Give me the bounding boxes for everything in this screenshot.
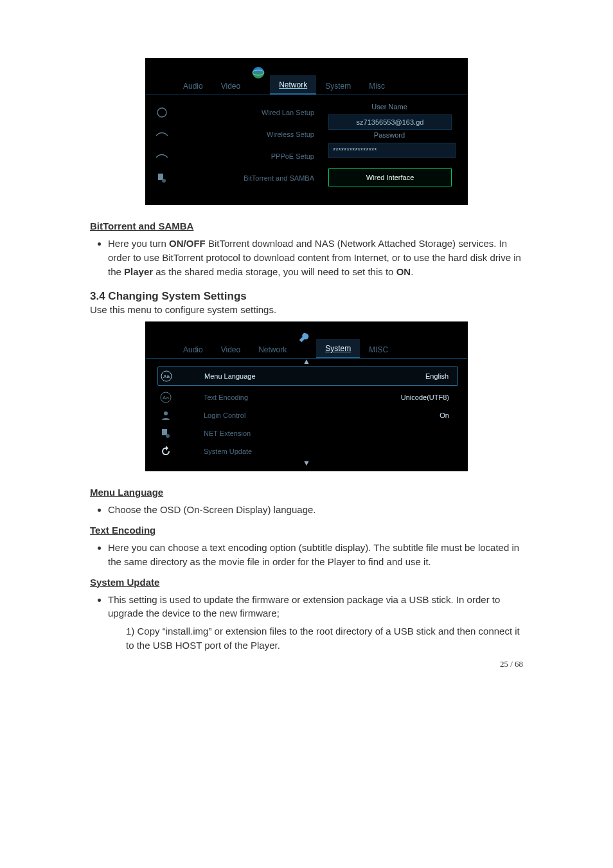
tab-bar: Audio Video Network System Misc [146,59,467,95]
aa-icon: Aa [158,369,175,383]
menu-text-encoding[interactable]: Aa Text Encoding Unicode(UTF8) [157,388,458,406]
menu-label: Wired Lan Setup [174,109,319,116]
tab-misc[interactable]: MISC [360,340,397,358]
paragraph: Choose the OSD (On-Screen Display) langu… [108,503,523,517]
subtext: Use this menu to configure system settin… [90,304,523,315]
menu-wireless[interactable]: Wireless Setup [154,125,319,144]
svg-rect-3 [158,174,163,180]
paragraph: Here you turn ON/OFF BitTorrent download… [108,237,523,278]
menu-label: Menu Language [204,372,261,380]
wrench-icon [297,329,315,352]
wifi-icon [154,127,170,141]
password-label: Password [328,131,450,141]
menu-label: PPPoE Setup [174,152,319,160]
menu-login-control[interactable]: Login Control On [157,406,458,424]
paragraph: Here you can choose a text encoding opti… [108,541,523,569]
menu-net-extension[interactable]: NET Extension [157,424,458,442]
scroll-down-icon: ▼ [146,460,467,467]
storage-icon [154,171,170,185]
aa-icon: Aa [157,390,174,404]
menu-label: NET Extension [204,429,256,437]
menu-label: Text Encoding [204,393,253,401]
username-label: User Name [328,103,450,113]
svg-text:Aa: Aa [163,395,169,401]
person-icon [157,408,174,422]
page-number: 25 / 68 [90,659,523,669]
svg-point-4 [162,179,166,183]
password-field[interactable]: **************** [328,143,456,158]
svg-point-11 [166,434,170,438]
svg-rect-10 [162,429,167,435]
menu-label: Login Control [204,411,251,419]
globe-small-icon [154,105,170,120]
heading-menu-language: Menu Language [90,487,523,498]
menu-bt-samba[interactable]: BitTorrent and SAMBA [154,168,319,188]
step-1: Copy “install.img” or extension files to… [126,624,523,653]
menu-label: Wireless Setup [174,131,319,138]
tab-audio[interactable]: Audio [174,77,212,95]
tab-audio[interactable]: Audio [174,340,212,358]
tab-video[interactable]: Video [212,77,249,95]
heading-system-update: System Update [90,577,523,588]
value: Unicode(UTF8) [401,393,449,401]
scroll-up-icon: ▲ [146,359,467,365]
tab-network[interactable]: Network [270,75,316,95]
network-settings-screenshot: Audio Video Network System Misc Wired La… [145,58,468,205]
svg-point-2 [157,108,166,117]
globe-icon [251,65,269,88]
update-icon [157,444,174,458]
menu-label: System Update [204,448,257,455]
system-settings-screenshot: Audio Video Network System MISC ▲ Aa Men… [145,321,468,471]
heading-3-4: 3.4 Changing System Settings [90,290,523,303]
tab-system[interactable]: System [316,339,360,358]
heading-text-encoding: Text Encoding [90,525,523,536]
storage-icon [157,426,174,440]
menu-system-update[interactable]: System Update [157,442,458,460]
username-field[interactable]: sz71356553@163.gd [328,114,452,130]
heading-bittorrent-samba: BitTorrent and SAMBA [90,221,523,231]
paragraph: This setting is used to update the firmw… [108,593,523,653]
value: English [425,372,449,380]
value: On [440,411,449,419]
tab-network[interactable]: Network [249,340,296,358]
tab-misc[interactable]: Misc [360,77,394,95]
menu-label: BitTorrent and SAMBA [174,174,319,182]
tab-system[interactable]: System [316,77,360,95]
menu-pppoe[interactable]: PPPoE Setup [154,147,319,166]
wired-interface-button[interactable]: Wired Interface [328,168,452,186]
svg-point-9 [164,411,168,415]
tab-video[interactable]: Video [212,340,249,358]
wifi-icon [154,149,170,163]
tab-bar: Audio Video Network System MISC [146,322,467,359]
menu-wired-lan[interactable]: Wired Lan Setup [154,103,319,122]
menu-menu-language[interactable]: Aa Menu Language English [157,366,458,386]
svg-text:Aa: Aa [163,374,170,379]
